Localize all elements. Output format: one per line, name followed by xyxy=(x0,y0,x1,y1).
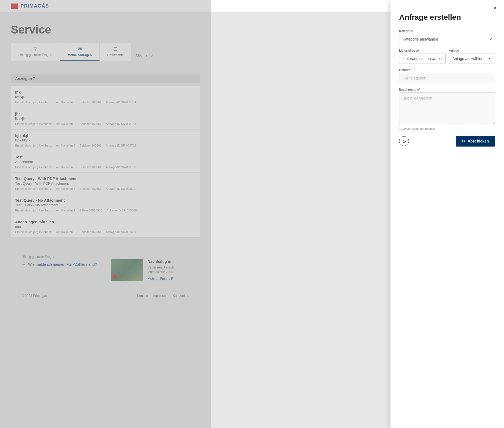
footer-links: Kontakt Impressum Kundeninfo xyxy=(137,294,189,298)
promo-title: Nachhaltig in xyxy=(148,259,189,264)
footer-link-impressum[interactable]: Impressum xyxy=(152,294,168,298)
footer-link-kontakt[interactable]: Kontakt xyxy=(137,294,148,298)
beschreibung-group: Beschreibung 1000 verbleibende Zeichen xyxy=(399,88,495,130)
char-count: 1000 verbleibende Zeichen xyxy=(399,127,495,130)
request-item-subtitle: aaa xyxy=(15,225,196,229)
logo-text: PRIMAGÁS xyxy=(21,3,49,9)
attach-button[interactable]: ⊘ xyxy=(399,136,409,146)
request-item-subtitle: lknlkjlk xyxy=(15,117,196,121)
lieferadresse-label: Lieferadresse xyxy=(399,49,446,52)
list-item[interactable]: jhkj lknlkjlk Erstellt durch jorg kleinh… xyxy=(11,108,200,130)
tab-faq[interactable]: ? Häufig gestellte Fragen xyxy=(11,43,60,61)
request-item-meta: Erstellt durch jorg kleinhenzAm Kalkofen… xyxy=(15,144,196,147)
list-item[interactable]: Test Attachment Erstellt durch jorg klei… xyxy=(11,151,200,173)
faq-arrow-icon: → xyxy=(22,262,26,267)
request-item-meta: Erstellt durch jorg kleinhenzAm Kalkofen… xyxy=(15,230,196,234)
address-anlage-row: Lieferadresse Lieferadresse auswählen An… xyxy=(399,49,495,68)
kategorie-label: Kategorie xyxy=(399,29,495,33)
anlage-select[interactable]: Anlage auswählen xyxy=(449,54,495,64)
tab-my-requests-label: Meine Anfragen xyxy=(68,53,92,57)
request-item-title: jhkj xyxy=(15,112,196,116)
request-item-subtitle: kjhkjhkjhk xyxy=(15,138,196,142)
betreff-input[interactable] xyxy=(399,73,495,83)
kategorie-select[interactable]: Kategorie auswählen xyxy=(399,34,495,44)
tab-documents-label: Dokumente xyxy=(107,53,124,57)
list-item[interactable]: Test Query - With PDF Attachment Test Qu… xyxy=(11,173,200,194)
faq-icon: ? xyxy=(34,46,37,52)
tabs-row: ? Häufig gestellte Fragen ✉ Meine Anfrag… xyxy=(11,43,200,68)
anlage-group: Anlage Anlage auswählen xyxy=(449,49,495,64)
submit-label: Abschicken xyxy=(468,139,489,143)
faq-question: Wie melde ich meinen Füll-/Zählerstand? xyxy=(28,262,97,267)
logo[interactable]: PRIMAGÁS xyxy=(11,3,49,9)
request-item-title: jhkj xyxy=(15,90,196,94)
page-content: Service ? Häufig gestellte Fragen ✉ Mein… xyxy=(0,12,211,313)
promo-link[interactable]: Mehr zu Futuria E xyxy=(148,277,173,281)
attach-icon: ⊘ xyxy=(402,139,406,144)
promo-desc: Verlassen Sie sich lebenswerte Zuku xyxy=(148,265,189,274)
list-item[interactable]: Änderungen mitteilen aaa Erstellt durch … xyxy=(11,216,200,238)
request-list: jhkj lknlkjlk Erstellt durch jorg kleinh… xyxy=(11,86,200,238)
beschreibung-textarea[interactable] xyxy=(399,92,495,125)
betreff-label: Betreff xyxy=(399,68,495,72)
request-item-title: kjhjhkjh xyxy=(15,133,196,138)
request-item-title: Test xyxy=(15,155,196,159)
list-item[interactable]: jhkj lknlkjlk Erstellt durch jorg kleinh… xyxy=(11,86,200,108)
request-item-meta: Erstellt durch jorg kleinhenzAm Kalkofen… xyxy=(15,187,196,190)
promo-text-area: Nachhaltig in Verlassen Sie sich lebensw… xyxy=(148,259,189,281)
faq-link[interactable]: → Wie melde ich meinen Füll-/Zählerstand… xyxy=(22,262,100,267)
request-item-subtitle: Attachment xyxy=(15,160,196,164)
request-item-subtitle: Test Query - No Attachment xyxy=(15,203,196,207)
tab-bar: ? Häufig gestellte Fragen ✉ Meine Anfrag… xyxy=(11,43,132,61)
anzeigen-label: Anzeigen 7 xyxy=(11,74,200,83)
request-item-subtitle: lknlkjlk xyxy=(15,95,196,99)
panel-title: Anfrage erstellen xyxy=(399,13,495,22)
footer-link-kundeninfo[interactable]: Kundeninfo xyxy=(173,294,189,298)
request-item-title: Test Query - No Attachment xyxy=(15,198,196,203)
footer-section: Häufig gestellte Fragen → Wie melde ich … xyxy=(11,246,200,290)
submit-button[interactable]: ✉ Abschicken xyxy=(456,136,495,147)
tab-my-requests[interactable]: ✉ Meine Anfragen xyxy=(60,43,100,61)
request-item-meta: Erstellt durch jorg kleinhenzAm Kalkofen… xyxy=(15,165,196,169)
page-title: Service xyxy=(11,23,200,36)
lieferadresse-select[interactable]: Lieferadresse auswählen xyxy=(399,54,446,64)
list-item[interactable]: Test Query - No Attachment Test Query - … xyxy=(11,194,200,216)
mochten-text: Möchten Si xyxy=(136,53,153,57)
documents-icon: ☰ xyxy=(113,46,118,52)
request-item-title: Änderungen mitteilen xyxy=(15,220,196,224)
list-item[interactable]: kjhjhkjh kjhkjhkjhk Erstellt durch jorg … xyxy=(11,130,200,151)
promo-image xyxy=(111,259,143,281)
side-panel: × Anfrage erstellen Kategorie Kategorie … xyxy=(390,0,504,428)
request-item-meta: Erstellt durch jorg kleinhenzAm Kalkofen… xyxy=(15,209,196,212)
kategorie-group: Kategorie Kategorie auswählen xyxy=(399,29,495,44)
request-item-meta: Erstellt durch jorg kleinhenzAm Kalkofen… xyxy=(15,101,196,104)
request-item-title: Test Query - With PDF Attachment xyxy=(15,177,196,181)
request-item-meta: Erstellt durch jorg kleinhenzAm Kalkofen… xyxy=(15,122,196,125)
panel-actions: ⊘ ✉ Abschicken xyxy=(399,136,495,147)
request-item-subtitle: Test Query - With PDF Attachment xyxy=(15,181,196,185)
copyright: © 2023 Primagas xyxy=(22,294,47,298)
panel-close-button[interactable]: × xyxy=(491,4,499,12)
requests-icon: ✉ xyxy=(78,46,82,52)
betreff-group: Betreff xyxy=(399,68,495,83)
lieferadresse-group: Lieferadresse Lieferadresse auswählen xyxy=(399,49,446,64)
logo-icon xyxy=(11,4,18,9)
tab-documents[interactable]: ☰ Dokumente xyxy=(100,43,131,61)
submit-mail-icon: ✉ xyxy=(462,139,465,143)
footer-faq-label: Häufig gestellte Fragen xyxy=(22,255,100,259)
promo-card: Nachhaltig in Verlassen Sie sich lebensw… xyxy=(111,259,189,281)
anlage-label: Anlage xyxy=(449,49,495,52)
footer-bottom: © 2023 Primagas Kontakt Impressum Kunden… xyxy=(11,290,200,302)
tab-faq-label: Häufig gestellte Fragen xyxy=(19,53,52,57)
beschreibung-label: Beschreibung xyxy=(399,88,495,91)
